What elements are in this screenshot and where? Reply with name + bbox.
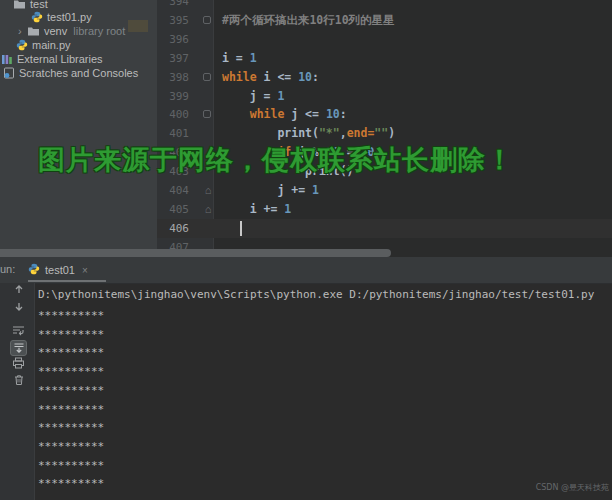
line-number: 396 (161, 30, 189, 49)
sidebar-item-external-libraries[interactable]: External Libraries (0, 52, 157, 66)
arrow-down-icon[interactable] (10, 299, 27, 315)
editor-line-406[interactable]: 406 (157, 219, 612, 238)
printer-icon[interactable] (10, 355, 27, 371)
horizontal-scrollbar-thumb[interactable] (0, 249, 391, 257)
console-star-row: ********** (38, 400, 104, 419)
sidebar-item-main-py[interactable]: main.py (0, 38, 157, 52)
code-text: j += 1 (222, 181, 319, 200)
console-star-row: ********** (38, 325, 104, 344)
line-number: 397 (161, 49, 189, 68)
line-number: 395 (161, 11, 189, 30)
code-text: if j % 10 == 0: (222, 143, 381, 162)
tab-underline (28, 280, 106, 282)
arrow-up-icon[interactable] (10, 281, 27, 297)
editor-line-399[interactable]: 399 j = 1 (157, 87, 612, 106)
editor-line-394[interactable]: 394 (157, 0, 612, 11)
trash-icon[interactable] (10, 372, 27, 388)
editor-line-395[interactable]: 395#两个循环搞出来10行10列的星星 (157, 11, 612, 30)
external-libraries-icon (0, 53, 13, 65)
fold-marker-icon[interactable] (203, 16, 211, 24)
line-number: 405 (161, 200, 189, 219)
console-star-row: ********** (38, 456, 104, 475)
fold-end-marker-icon[interactable]: ⌂ (202, 183, 214, 197)
folder-icon (13, 0, 26, 10)
python-file-icon (15, 39, 28, 51)
python-icon (28, 261, 40, 279)
editor-pane[interactable]: 394395#两个循环搞出来10行10列的星星396397i = 1398whi… (157, 0, 612, 252)
line-number: 402 (161, 143, 189, 162)
line-number: 394 (161, 0, 189, 11)
line-number: 401 (161, 124, 189, 143)
editor-line-401[interactable]: 401 print("*",end="") (157, 124, 612, 143)
run-tab-label: test01 (45, 264, 75, 276)
console-star-row: ********** (38, 362, 104, 381)
fold-marker-icon[interactable] (203, 73, 211, 81)
sidebar-item-label: Scratches and Consoles (19, 67, 138, 79)
code-text: while i <= 10: (222, 68, 319, 87)
csdn-watermark: CSDN @昱天科技苑 (536, 482, 609, 493)
console-star-row: ********** (38, 306, 104, 325)
sidebar-item-label: venv (44, 25, 67, 37)
pycharm-window: testtest01.py›venvlibrary rootmain.pyExt… (0, 0, 612, 500)
line-number: 400 (161, 105, 189, 124)
run-toolbar (0, 283, 35, 500)
project-panel: testtest01.py›venvlibrary rootmain.pyExt… (0, 0, 157, 252)
console-star-row: ********** (38, 437, 104, 456)
editor-line-404[interactable]: 404⌂ j += 1 (157, 181, 612, 200)
code-text: print() (222, 162, 354, 181)
sidebar-item-test01-py[interactable]: test01.py (0, 10, 157, 24)
scratches-icon (2, 67, 15, 79)
code-text: i = 1 (222, 49, 257, 68)
run-panel-label: un: (0, 263, 15, 275)
console-star-row: ********** (38, 474, 104, 493)
scroll-to-end-icon[interactable] (10, 340, 27, 356)
line-number: 406 (161, 219, 189, 238)
code-text: j = 1 (222, 87, 284, 106)
sidebar-item-scratches-and-consoles[interactable]: Scratches and Consoles (0, 66, 157, 80)
console-star-row: ********** (38, 418, 104, 437)
line-number: 399 (161, 87, 189, 106)
chevron-right-icon[interactable]: › (18, 25, 27, 37)
code-text: while j <= 10: (222, 105, 347, 124)
text-caret (240, 221, 242, 236)
console-path-line: D:\pythonitems\jinghao\venv\Scripts\pyth… (38, 285, 594, 304)
folder-icon (27, 25, 40, 37)
console-star-row: ********** (38, 343, 104, 362)
code-text: print("*",end="") (222, 124, 395, 143)
fold-marker-icon[interactable] (203, 110, 211, 118)
code-text: #两个循环搞出来10行10列的星星 (222, 11, 395, 30)
sidebar-item-label: test01.py (47, 11, 92, 23)
close-icon[interactable]: × (82, 265, 88, 276)
sidebar-item-label: External Libraries (17, 53, 103, 65)
code-text: i += 1 (222, 200, 291, 219)
editor-line-403[interactable]: 403 print() (157, 162, 612, 181)
editor-line-405[interactable]: 405⌂ i += 1 (157, 200, 612, 219)
line-number: 404 (161, 181, 189, 200)
line-number: 403 (161, 162, 189, 181)
python-file-icon (30, 11, 43, 23)
sidebar-item-label: main.py (32, 39, 71, 51)
sidebar-item-venv[interactable]: ›venvlibrary root (0, 24, 157, 38)
console-star-row: ********** (38, 381, 104, 400)
sidebar-item-label: test (30, 0, 48, 10)
editor-line-400[interactable]: 400 while j <= 10: (157, 105, 612, 124)
editor-line-397[interactable]: 397i = 1 (157, 49, 612, 68)
editor-line-402[interactable]: 402 if j % 10 == 0: (157, 143, 612, 162)
run-tab-test01[interactable]: test01 × (28, 260, 88, 280)
editor-line-398[interactable]: 398while i <= 10: (157, 68, 612, 87)
line-number: 398 (161, 68, 189, 87)
fold-end-marker-icon[interactable]: ⌂ (202, 202, 214, 216)
library-root-suffix: library root (73, 25, 125, 37)
editor-line-396[interactable]: 396 (157, 30, 612, 49)
run-header: un: test01 × (0, 257, 612, 284)
soft-wrap-icon[interactable] (10, 322, 27, 338)
run-panel: un: test01 × D:\pythonitems\jinghao\venv… (0, 257, 612, 500)
